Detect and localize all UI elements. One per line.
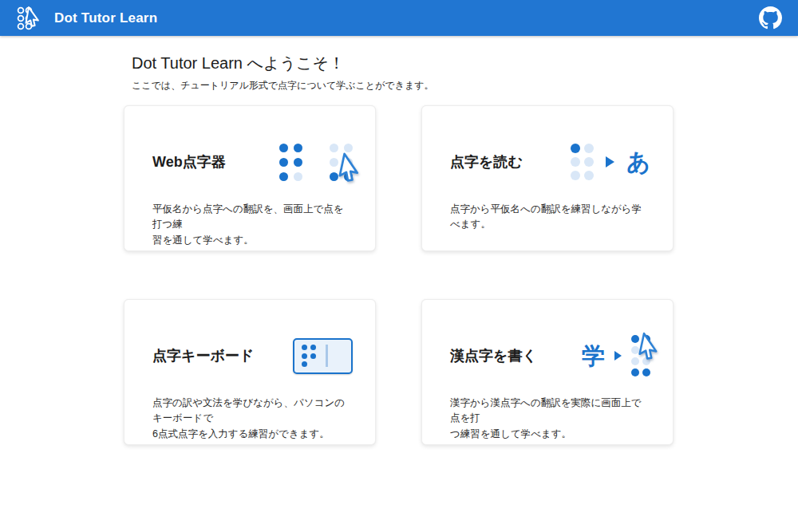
braille-cell-wrap bbox=[330, 144, 353, 181]
app-title: Dot Tutor Learn bbox=[54, 10, 157, 26]
braille-dot bbox=[571, 171, 580, 180]
braille-dot bbox=[310, 345, 316, 350]
kanji-kana-char: 学 bbox=[582, 345, 605, 368]
welcome-subheading: ここでは、チュートリアル形式で点字について学ぶことができます。 bbox=[132, 79, 674, 93]
cursor-arrow-icon bbox=[337, 154, 363, 185]
braille-slate-cursor-icon bbox=[279, 144, 353, 181]
card-description: 点字の訳や文法を学びながら、パソコンのキーボードで 6点式点字を入力する練習がで… bbox=[152, 396, 353, 442]
braille-dot bbox=[294, 158, 302, 167]
braille-cell-wrap bbox=[279, 144, 302, 181]
braille-cell-wrap bbox=[631, 335, 650, 376]
braille-dot bbox=[642, 368, 650, 376]
card-head: Web点字器 bbox=[152, 140, 353, 184]
arrow-right-icon bbox=[606, 156, 614, 167]
braille-dot bbox=[302, 361, 307, 367]
welcome-heading: Dot Tutor Learn へようこそ！ bbox=[132, 53, 674, 74]
card-title: 漢点字を書く bbox=[450, 346, 537, 365]
braille-dot bbox=[279, 172, 288, 181]
braille-cell bbox=[302, 345, 316, 367]
card-description: 点字から平仮名への翻訳を練習しながら学べます。 bbox=[450, 202, 650, 233]
arrow-right-icon bbox=[614, 351, 622, 361]
braille-dot bbox=[294, 172, 302, 181]
braille-to-hiragana-icon: あ bbox=[571, 144, 650, 180]
github-link[interactable] bbox=[759, 6, 782, 30]
card-title: 点字を読む bbox=[450, 152, 523, 171]
braille-dot bbox=[310, 353, 316, 359]
card-title: Web点字器 bbox=[152, 152, 226, 171]
braille-dot bbox=[279, 144, 288, 152]
braille-dot bbox=[584, 157, 594, 167]
text-caret bbox=[326, 345, 328, 367]
card-title: 点字キーボード bbox=[152, 346, 254, 365]
card-head: 漢点字を書く 学 bbox=[450, 333, 650, 378]
braille-cell bbox=[279, 144, 302, 181]
card-head: 点字を読む あ bbox=[450, 140, 650, 184]
braille-dot bbox=[584, 171, 594, 180]
card-read-braille[interactable]: 点字を読む あ 点字から平仮名への翻訳を練習しながら学べます。 bbox=[421, 105, 674, 251]
card-head: 点字キーボード bbox=[152, 333, 353, 378]
github-icon bbox=[759, 6, 782, 30]
card-braille-keyboard[interactable]: 点字キーボード 点字の訳や文法を学びながら、パソコンのキーボードで 6点式点字を… bbox=[124, 299, 376, 445]
braille-dot bbox=[294, 144, 302, 152]
app-header: Dot Tutor Learn bbox=[0, 0, 798, 36]
braille-dot bbox=[571, 144, 580, 153]
braille-dot bbox=[584, 144, 594, 153]
cursor-arrow-icon bbox=[637, 333, 662, 363]
braille-dot bbox=[279, 158, 288, 167]
braille-dot bbox=[571, 157, 580, 167]
card-write-kanji-braille[interactable]: 漢点字を書く 学 漢字から漢点字への翻訳を実際に画面上で点を打 つ練習を通して学… bbox=[421, 299, 674, 445]
braille-cursor-logo-icon bbox=[16, 6, 45, 31]
braille-cell-wrap bbox=[571, 144, 594, 180]
tutorial-card-grid: Web点字器 平仮名から点字への翻訳を、画面上で点を打つ練 習を通して学べます。… bbox=[124, 105, 674, 445]
card-description: 漢字から漢点字への翻訳を実際に画面上で点を打 つ練習を通して学べます。 bbox=[450, 396, 650, 442]
braille-dot bbox=[631, 368, 639, 376]
braille-cell bbox=[571, 144, 594, 180]
kanji-kana-char: あ bbox=[626, 151, 650, 174]
main-content: Dot Tutor Learn へようこそ！ ここでは、チュートリアル形式で点字… bbox=[124, 53, 674, 445]
card-web-braille-slate[interactable]: Web点字器 平仮名から点字への翻訳を、画面上で点を打つ練 習を通して学べます。 bbox=[124, 105, 376, 251]
braille-dot bbox=[302, 353, 307, 359]
braille-dot bbox=[330, 144, 338, 152]
braille-keyboard-icon bbox=[293, 338, 353, 374]
braille-dot bbox=[344, 144, 353, 152]
braille-dot bbox=[310, 361, 316, 367]
keyboard-input-box bbox=[293, 338, 353, 374]
kanji-to-braille-cursor-icon: 学 bbox=[582, 335, 650, 376]
card-description: 平仮名から点字への翻訳を、画面上で点を打つ練 習を通して学べます。 bbox=[152, 202, 353, 248]
braille-dot bbox=[302, 345, 307, 350]
